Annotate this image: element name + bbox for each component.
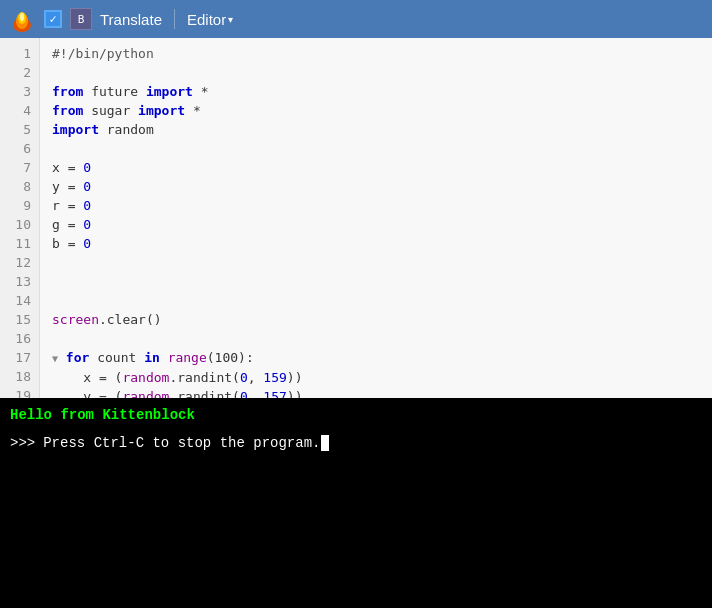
code-line-8: y = 0: [52, 177, 712, 196]
ln-4: 4: [0, 101, 39, 120]
ln-9: 9: [0, 196, 39, 215]
ln-13: 13: [0, 272, 39, 291]
code-line-2: [52, 63, 712, 82]
ln-19: 19: [0, 386, 39, 398]
code-line-17: ▼ for count in range(100):: [52, 348, 712, 368]
topbar-divider: [174, 9, 175, 29]
code-lines[interactable]: #!/bin/python from future import * from …: [40, 38, 712, 398]
editor-icon-label: B: [78, 13, 85, 26]
ln-7: 7: [0, 158, 39, 177]
code-line-18: x = (random.randint(0, 159)): [52, 368, 712, 387]
code-line-14: [52, 291, 712, 310]
code-line-10: g = 0: [52, 215, 712, 234]
code-line-7: x = 0: [52, 158, 712, 177]
ln-1: 1: [0, 44, 39, 63]
code-line-15: screen.clear(): [52, 310, 712, 329]
code-line-5: import random: [52, 120, 712, 139]
topbar: B Translate Editor ▾: [0, 0, 712, 38]
code-line-19: y = (random.randint(0, 157)): [52, 387, 712, 398]
line-numbers: 1 2 3 4 5 6 7 8 9 10 11 12 13 14 15 16 1…: [0, 38, 40, 398]
code-line-6: [52, 139, 712, 158]
terminal-hello-line: Hello from Kittenblock: [0, 398, 712, 430]
ln-10: 10: [0, 215, 39, 234]
editor-icon-box: B: [70, 8, 92, 30]
chevron-down-icon: ▾: [228, 14, 233, 25]
prompt-symbol: >>>: [10, 432, 35, 454]
code-line-9: r = 0: [52, 196, 712, 215]
translate-checkbox[interactable]: [44, 10, 62, 28]
ln-17: 17: [0, 348, 39, 367]
editor-menu[interactable]: Editor ▾: [187, 11, 233, 28]
ln-14: 14: [0, 291, 39, 310]
translate-label: Translate: [100, 11, 162, 28]
ln-12: 12: [0, 253, 39, 272]
ln-5: 5: [0, 120, 39, 139]
ln-16: 16: [0, 329, 39, 348]
ln-8: 8: [0, 177, 39, 196]
terminal-cursor: [321, 435, 329, 451]
terminal: Hello from Kittenblock >>> Press Ctrl-C …: [0, 398, 712, 608]
code-editor: 1 2 3 4 5 6 7 8 9 10 11 12 13 14 15 16 1…: [0, 38, 712, 398]
code-line-4: from sugar import *: [52, 101, 712, 120]
code-line-11: b = 0: [52, 234, 712, 253]
app-logo: [8, 5, 36, 33]
code-line-16: [52, 329, 712, 348]
code-line-12: [52, 253, 712, 272]
terminal-prompt-line: >>> Press Ctrl-C to stop the program.: [0, 430, 712, 456]
ln-3: 3: [0, 82, 39, 101]
prompt-text: Press Ctrl-C to stop the program.: [43, 432, 320, 454]
code-line-1: #!/bin/python: [52, 44, 712, 63]
ln-2: 2: [0, 63, 39, 82]
ln-15: 15: [0, 310, 39, 329]
ln-18: 18: [0, 367, 39, 386]
hello-text: Hello from Kittenblock: [10, 407, 195, 423]
ln-6: 6: [0, 139, 39, 158]
code-line-3: from future import *: [52, 82, 712, 101]
svg-point-3: [20, 13, 24, 21]
ln-11: 11: [0, 234, 39, 253]
editor-label: Editor: [187, 11, 226, 28]
code-line-13: [52, 272, 712, 291]
